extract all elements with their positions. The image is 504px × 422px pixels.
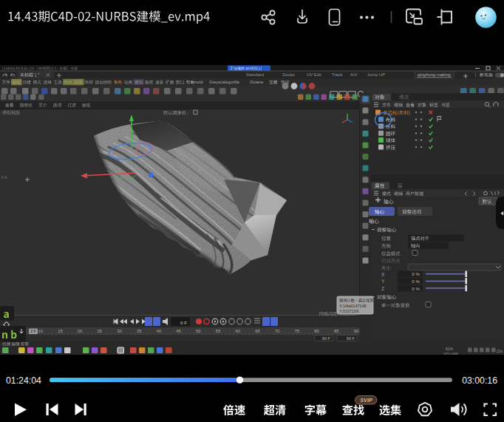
svg-text:Greyscalegorilla: Greyscalegorilla [209,80,240,84]
svg-text:UV Edit: UV Edit [307,72,321,77]
svg-text:90 F: 90 F [347,336,355,341]
svg-text:01:24:04: 01:24:04 [6,375,41,386]
svg-text:0 %: 0 % [412,286,420,291]
svg-text:Octane: Octane [250,80,263,84]
svg-text:Sculpt: Sculpt [282,72,295,77]
svg-text:61%: 61% [446,347,454,351]
svg-text:SVIP: SVIP [360,397,372,404]
svg-text:90 F: 90 F [322,336,331,341]
svg-text:0 F: 0 F [180,320,187,325]
svg-text:21s: 21s [497,349,503,353]
svg-text:qinghong making: qinghong making [418,72,452,77]
svg-text:Jump UP: Jump UP [367,72,385,77]
svg-text:03:00:16: 03:00:16 [462,375,497,386]
svg-text:Standard: Standard [246,72,264,77]
svg-text:Y: Y [381,279,385,284]
svg-text:2 F: 2 F [30,329,36,333]
svg-text:0 %: 0 % [412,279,420,284]
svg-text:Z: Z [381,286,384,291]
svg-text:Arnold: Arnold [191,80,202,84]
svg-text:Track: Track [332,72,343,77]
svg-text:X:14fa0147148: X:14fa0147148 [339,304,367,308]
svg-text:X: X [381,272,385,277]
svg-text:0 %: 0 % [412,271,420,276]
svg-text:A/V: A/V [350,72,358,77]
svg-text:GPU 0MB: GPU 0MB [443,352,458,355]
